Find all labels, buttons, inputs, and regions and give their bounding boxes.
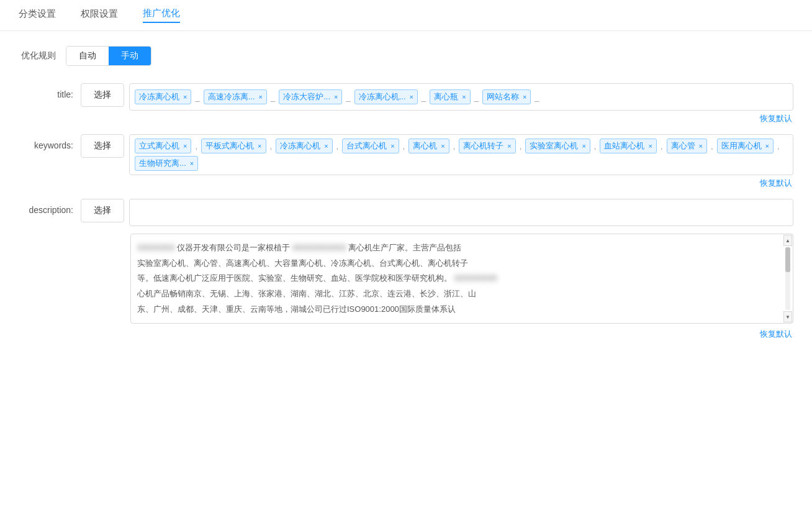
kw-tag-2: 平板式离心机 ×: [201, 139, 266, 153]
blur-text-2: XXXXXXXXXX: [292, 243, 346, 252]
title-field-row: title: 选择 冷冻离心机 × _ 高速冷冻离... × _ 冷冻大容炉..…: [19, 83, 793, 127]
description-wrapper: XXXXXXX 仪器开发有限公司是一家根植于 XXXXXXXXXX 离心机生产厂…: [130, 234, 793, 324]
scroll-down-button[interactable]: ▼: [783, 311, 792, 322]
description-restore-wrapper: 恢复默认: [130, 326, 793, 342]
nav-classify[interactable]: 分类设置: [19, 8, 56, 22]
description-text-box: XXXXXXX 仪器开发有限公司是一家根植于 XXXXXXXXXX 离心机生产厂…: [130, 234, 793, 324]
kw-tag-1: 立式离心机 ×: [135, 139, 191, 153]
nav-promotion[interactable]: 推广优化: [143, 7, 180, 23]
title-tag-2: 高速冷冻离... ×: [204, 89, 267, 104]
kw-tag-9-close[interactable]: ×: [699, 142, 703, 150]
title-tag-1-close[interactable]: ×: [183, 93, 187, 101]
title-tag-5-close[interactable]: ×: [462, 93, 466, 101]
keywords-label: keywords:: [19, 134, 81, 150]
title-tag-6: 网站名称 ×: [482, 89, 531, 104]
kw-tag-9: 离心管 ×: [667, 139, 707, 153]
description-scrollbar: ▲ ▼: [783, 235, 792, 322]
main-content: 优化规则 自动 手动 title: 选择 冷冻离心机 × _ 高速冷冻离... …: [0, 31, 812, 357]
kw-tag-8-close[interactable]: ×: [648, 142, 652, 150]
optimization-rule-label: 优化规则: [19, 50, 56, 61]
description-text-area-row: XXXXXXX 仪器开发有限公司是一家根植于 XXXXXXXXXX 离心机生产厂…: [130, 234, 793, 324]
kw-tag-5: 离心机 ×: [408, 139, 449, 153]
title-tag-6-close[interactable]: ×: [523, 93, 526, 101]
title-tag-4-close[interactable]: ×: [410, 93, 413, 101]
title-tag-3-close[interactable]: ×: [334, 93, 338, 101]
description-select-button[interactable]: 选择: [81, 199, 124, 222]
kw-tag-5-close[interactable]: ×: [441, 142, 444, 150]
optimization-rule-row: 优化规则 自动 手动: [19, 46, 793, 66]
keywords-select-button[interactable]: 选择: [81, 134, 124, 158]
auto-option[interactable]: 自动: [66, 47, 109, 65]
title-tags-container: 冷冻离心机 × _ 高速冷冻离... × _ 冷冻大容炉... × _ 冷冻离心…: [129, 83, 793, 111]
title-tag-1: 冷冻离心机 ×: [135, 89, 191, 104]
title-tag-3: 冷冻大容炉... ×: [279, 89, 342, 104]
title-label: title:: [19, 83, 81, 99]
title-restore-link[interactable]: 恢复默认: [129, 113, 793, 124]
title-tag-2-close[interactable]: ×: [259, 93, 263, 101]
description-label: description:: [19, 199, 81, 215]
kw-tag-6-close[interactable]: ×: [507, 142, 511, 150]
keywords-restore-link[interactable]: 恢复默认: [129, 178, 793, 189]
manual-option[interactable]: 手动: [109, 47, 151, 65]
kw-tag-6: 离心机转子 ×: [459, 139, 515, 153]
description-field-wrapper: [129, 199, 793, 226]
kw-tag-10-close[interactable]: ×: [765, 142, 769, 150]
kw-tag-8: 血站离心机 ×: [600, 139, 656, 153]
kw-tag-1-close[interactable]: ×: [183, 142, 187, 150]
description-restore-link[interactable]: 恢复默认: [760, 329, 793, 340]
title-tag-5: 离心瓶 ×: [430, 89, 470, 104]
keywords-field-wrapper: 立式离心机 × , 平板式离心机 × , 冷冻离心机 × , 台式离心机 ×: [129, 134, 793, 191]
description-tags-container: [129, 199, 793, 226]
scroll-track: [785, 247, 790, 310]
keywords-field-row: keywords: 选择 立式离心机 × , 平板式离心机 × , 冷冻离心机 …: [19, 134, 793, 191]
top-navigation: 分类设置 权限设置 推广优化: [0, 0, 812, 31]
kw-tag-11: 生物研究离... ×: [135, 156, 198, 171]
kw-tag-7: 实验室离心机 ×: [525, 139, 590, 153]
title-tag-4: 冷冻离心机... ×: [354, 89, 418, 104]
blur-text-1: XXXXXXX: [137, 243, 175, 252]
keywords-tags-container: 立式离心机 × , 平板式离心机 × , 冷冻离心机 × , 台式离心机 ×: [129, 134, 793, 175]
kw-tag-4-close[interactable]: ×: [390, 142, 394, 150]
kw-tag-3: 冷冻离心机 ×: [276, 139, 332, 153]
kw-tag-7-close[interactable]: ×: [582, 142, 585, 150]
kw-tag-3-close[interactable]: ×: [324, 142, 328, 150]
scroll-thumb: [785, 247, 790, 272]
kw-tag-4: 台式离心机 ×: [342, 139, 399, 153]
kw-tag-11-close[interactable]: ×: [190, 160, 194, 167]
scroll-up-button[interactable]: ▲: [783, 235, 792, 246]
title-field-wrapper: 冷冻离心机 × _ 高速冷冻离... × _ 冷冻大容炉... × _ 冷冻离心…: [129, 83, 793, 127]
blur-text-3: XXXXXXXX: [454, 273, 497, 283]
description-field-row: description: 选择: [19, 199, 793, 226]
nav-permission[interactable]: 权限设置: [81, 8, 118, 22]
kw-tag-2-close[interactable]: ×: [258, 142, 261, 150]
title-select-button[interactable]: 选择: [81, 83, 124, 107]
optimization-rule-toggle: 自动 手动: [66, 46, 151, 66]
kw-tag-10: 医用离心机 ×: [717, 139, 774, 153]
